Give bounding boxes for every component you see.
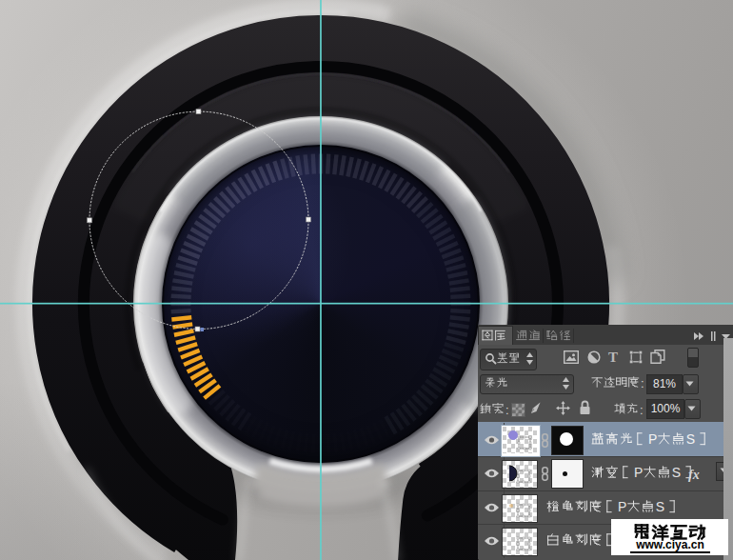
svg-text:P: P xyxy=(634,466,643,480)
svg-text:S: S xyxy=(686,432,695,447)
svg-text:S: S xyxy=(656,500,664,514)
svg-text:S: S xyxy=(672,466,681,480)
svg-text:P: P xyxy=(648,432,657,447)
svg-text:P: P xyxy=(618,500,626,514)
